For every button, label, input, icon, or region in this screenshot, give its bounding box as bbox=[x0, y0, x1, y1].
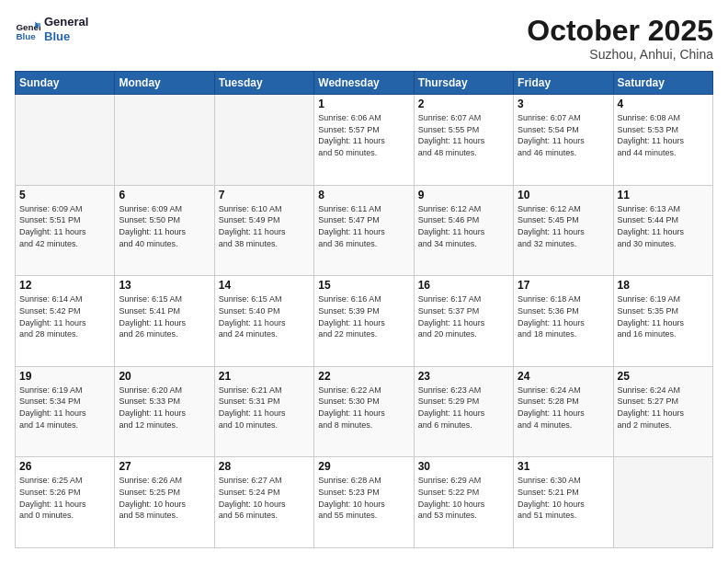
calendar-cell: 25Sunrise: 6:24 AM Sunset: 5:27 PM Dayli… bbox=[613, 366, 712, 457]
calendar-cell: 26Sunrise: 6:25 AM Sunset: 5:26 PM Dayli… bbox=[16, 457, 115, 548]
calendar-cell: 6Sunrise: 6:09 AM Sunset: 5:50 PM Daylig… bbox=[115, 185, 214, 276]
day-info: Sunrise: 6:06 AM Sunset: 5:57 PM Dayligh… bbox=[318, 112, 409, 158]
weekday-header-monday: Monday bbox=[115, 72, 214, 95]
calendar-cell: 14Sunrise: 6:15 AM Sunset: 5:40 PM Dayli… bbox=[214, 276, 313, 367]
day-info: Sunrise: 6:08 AM Sunset: 5:53 PM Dayligh… bbox=[618, 112, 709, 158]
calendar-cell: 5Sunrise: 6:09 AM Sunset: 5:51 PM Daylig… bbox=[16, 185, 115, 276]
header: General Blue General Blue October 2025 S… bbox=[15, 15, 713, 62]
calendar-cell: 11Sunrise: 6:13 AM Sunset: 5:44 PM Dayli… bbox=[613, 185, 712, 276]
calendar-cell: 21Sunrise: 6:21 AM Sunset: 5:31 PM Dayli… bbox=[214, 366, 313, 457]
calendar-cell bbox=[115, 95, 214, 186]
day-number: 10 bbox=[518, 189, 609, 201]
calendar-cell: 16Sunrise: 6:17 AM Sunset: 5:37 PM Dayli… bbox=[414, 276, 513, 367]
calendar-cell: 23Sunrise: 6:23 AM Sunset: 5:29 PM Dayli… bbox=[414, 366, 513, 457]
day-number: 21 bbox=[219, 370, 310, 383]
weekday-header-saturday: Saturday bbox=[613, 72, 712, 95]
day-number: 30 bbox=[418, 460, 509, 473]
calendar-cell: 7Sunrise: 6:10 AM Sunset: 5:49 PM Daylig… bbox=[214, 185, 313, 276]
calendar-cell: 30Sunrise: 6:29 AM Sunset: 5:22 PM Dayli… bbox=[414, 457, 513, 548]
weekday-header-wednesday: Wednesday bbox=[314, 72, 414, 95]
day-number: 6 bbox=[119, 189, 210, 201]
day-number: 7 bbox=[219, 189, 310, 201]
calendar-cell: 2Sunrise: 6:07 AM Sunset: 5:55 PM Daylig… bbox=[414, 95, 513, 186]
day-number: 20 bbox=[119, 370, 210, 383]
day-info: Sunrise: 6:11 AM Sunset: 5:47 PM Dayligh… bbox=[318, 203, 409, 249]
month-title: October 2025 bbox=[527, 15, 713, 47]
calendar-cell: 20Sunrise: 6:20 AM Sunset: 5:33 PM Dayli… bbox=[115, 366, 214, 457]
logo-text: General Blue bbox=[44, 15, 88, 43]
calendar-cell bbox=[214, 95, 313, 186]
week-row-4: 19Sunrise: 6:19 AM Sunset: 5:34 PM Dayli… bbox=[16, 366, 713, 457]
day-number: 12 bbox=[19, 279, 110, 292]
day-info: Sunrise: 6:10 AM Sunset: 5:49 PM Dayligh… bbox=[219, 203, 310, 249]
day-info: Sunrise: 6:15 AM Sunset: 5:40 PM Dayligh… bbox=[219, 293, 310, 339]
day-info: Sunrise: 6:19 AM Sunset: 5:34 PM Dayligh… bbox=[19, 385, 110, 431]
day-number: 27 bbox=[119, 460, 210, 473]
calendar-cell: 19Sunrise: 6:19 AM Sunset: 5:34 PM Dayli… bbox=[16, 366, 115, 457]
calendar-cell: 22Sunrise: 6:22 AM Sunset: 5:30 PM Dayli… bbox=[314, 366, 414, 457]
day-number: 29 bbox=[318, 460, 409, 473]
day-number: 28 bbox=[219, 460, 310, 473]
day-info: Sunrise: 6:12 AM Sunset: 5:45 PM Dayligh… bbox=[518, 203, 609, 249]
calendar-cell: 18Sunrise: 6:19 AM Sunset: 5:35 PM Dayli… bbox=[613, 276, 712, 367]
svg-text:Blue: Blue bbox=[16, 31, 36, 41]
day-number: 25 bbox=[618, 370, 709, 383]
day-info: Sunrise: 6:25 AM Sunset: 5:26 PM Dayligh… bbox=[19, 475, 110, 521]
calendar-cell: 12Sunrise: 6:14 AM Sunset: 5:42 PM Dayli… bbox=[16, 276, 115, 367]
location-subtitle: Suzhou, Anhui, China bbox=[527, 47, 713, 62]
calendar-cell: 29Sunrise: 6:28 AM Sunset: 5:23 PM Dayli… bbox=[314, 457, 414, 548]
title-block: October 2025 Suzhou, Anhui, China bbox=[527, 15, 713, 62]
page: General Blue General Blue October 2025 S… bbox=[0, 0, 728, 563]
day-info: Sunrise: 6:14 AM Sunset: 5:42 PM Dayligh… bbox=[19, 293, 110, 339]
day-number: 22 bbox=[318, 370, 409, 383]
day-number: 19 bbox=[19, 370, 110, 383]
day-info: Sunrise: 6:29 AM Sunset: 5:22 PM Dayligh… bbox=[418, 475, 509, 521]
calendar-cell bbox=[613, 457, 712, 548]
calendar-cell: 9Sunrise: 6:12 AM Sunset: 5:46 PM Daylig… bbox=[414, 185, 513, 276]
day-info: Sunrise: 6:09 AM Sunset: 5:51 PM Dayligh… bbox=[19, 203, 110, 249]
weekday-header-sunday: Sunday bbox=[16, 72, 115, 95]
day-info: Sunrise: 6:26 AM Sunset: 5:25 PM Dayligh… bbox=[119, 475, 210, 521]
day-info: Sunrise: 6:16 AM Sunset: 5:39 PM Dayligh… bbox=[318, 293, 409, 339]
day-info: Sunrise: 6:28 AM Sunset: 5:23 PM Dayligh… bbox=[318, 475, 409, 521]
day-number: 4 bbox=[618, 98, 709, 110]
day-info: Sunrise: 6:20 AM Sunset: 5:33 PM Dayligh… bbox=[119, 385, 210, 431]
day-number: 17 bbox=[518, 279, 609, 292]
day-number: 31 bbox=[518, 460, 609, 473]
week-row-2: 5Sunrise: 6:09 AM Sunset: 5:51 PM Daylig… bbox=[16, 185, 713, 276]
day-number: 8 bbox=[318, 189, 409, 201]
calendar-cell: 27Sunrise: 6:26 AM Sunset: 5:25 PM Dayli… bbox=[115, 457, 214, 548]
day-number: 9 bbox=[418, 189, 509, 201]
day-info: Sunrise: 6:18 AM Sunset: 5:36 PM Dayligh… bbox=[518, 293, 609, 339]
day-number: 2 bbox=[418, 98, 509, 110]
day-info: Sunrise: 6:24 AM Sunset: 5:27 PM Dayligh… bbox=[618, 385, 709, 431]
weekday-header-thursday: Thursday bbox=[414, 72, 513, 95]
day-info: Sunrise: 6:15 AM Sunset: 5:41 PM Dayligh… bbox=[119, 293, 210, 339]
day-info: Sunrise: 6:22 AM Sunset: 5:30 PM Dayligh… bbox=[318, 385, 409, 431]
day-number: 13 bbox=[119, 279, 210, 292]
day-info: Sunrise: 6:19 AM Sunset: 5:35 PM Dayligh… bbox=[618, 293, 709, 339]
day-info: Sunrise: 6:07 AM Sunset: 5:54 PM Dayligh… bbox=[518, 112, 609, 158]
day-info: Sunrise: 6:27 AM Sunset: 5:24 PM Dayligh… bbox=[219, 475, 310, 521]
day-info: Sunrise: 6:17 AM Sunset: 5:37 PM Dayligh… bbox=[418, 293, 509, 339]
calendar-table: SundayMondayTuesdayWednesdayThursdayFrid… bbox=[15, 71, 713, 548]
day-info: Sunrise: 6:13 AM Sunset: 5:44 PM Dayligh… bbox=[618, 203, 709, 249]
day-number: 11 bbox=[618, 189, 709, 201]
week-row-5: 26Sunrise: 6:25 AM Sunset: 5:26 PM Dayli… bbox=[16, 457, 713, 548]
calendar-cell: 24Sunrise: 6:24 AM Sunset: 5:28 PM Dayli… bbox=[514, 366, 613, 457]
week-row-1: 1Sunrise: 6:06 AM Sunset: 5:57 PM Daylig… bbox=[16, 95, 713, 186]
weekday-header-friday: Friday bbox=[514, 72, 613, 95]
calendar-cell bbox=[16, 95, 115, 186]
day-number: 1 bbox=[318, 98, 409, 110]
day-info: Sunrise: 6:30 AM Sunset: 5:21 PM Dayligh… bbox=[518, 475, 609, 521]
calendar-cell: 1Sunrise: 6:06 AM Sunset: 5:57 PM Daylig… bbox=[314, 95, 414, 186]
calendar-cell: 8Sunrise: 6:11 AM Sunset: 5:47 PM Daylig… bbox=[314, 185, 414, 276]
week-row-3: 12Sunrise: 6:14 AM Sunset: 5:42 PM Dayli… bbox=[16, 276, 713, 367]
weekday-header-row: SundayMondayTuesdayWednesdayThursdayFrid… bbox=[16, 72, 713, 95]
calendar-cell: 4Sunrise: 6:08 AM Sunset: 5:53 PM Daylig… bbox=[613, 95, 712, 186]
calendar-cell: 15Sunrise: 6:16 AM Sunset: 5:39 PM Dayli… bbox=[314, 276, 414, 367]
day-number: 14 bbox=[219, 279, 310, 292]
day-number: 24 bbox=[518, 370, 609, 383]
day-number: 26 bbox=[19, 460, 110, 473]
day-info: Sunrise: 6:09 AM Sunset: 5:50 PM Dayligh… bbox=[119, 203, 210, 249]
